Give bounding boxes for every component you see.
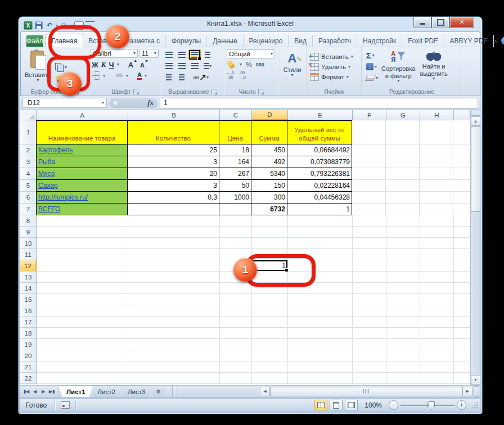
cell-E13[interactable] [288, 272, 353, 283]
tab-Вставка[interactable]: Вставка [83, 35, 120, 47]
insert-cells-button[interactable]: Вставить▾ [310, 52, 360, 61]
vertical-scroll-thumb[interactable] [471, 126, 481, 212]
cell-D19[interactable] [252, 339, 288, 350]
clear-button[interactable]: ▾ [365, 73, 379, 83]
decrease-decimal-icon[interactable]: ,00 →,0 [238, 71, 246, 79]
cell-H18[interactable] [420, 328, 454, 339]
merge-center-button[interactable]: ▾ [201, 61, 214, 71]
row-header-2[interactable]: 2 [20, 144, 37, 156]
cell-F15[interactable] [353, 294, 386, 305]
cell-C8[interactable] [220, 215, 252, 227]
cell-H1[interactable] [420, 120, 453, 144]
alignment-dialog-launcher-icon[interactable] [212, 89, 217, 94]
cell-F16[interactable] [353, 305, 386, 317]
borders-icon[interactable] [92, 71, 100, 80]
cell-D5[interactable]: 150 [251, 180, 287, 192]
cell-H12[interactable] [420, 260, 454, 272]
find-select-button[interactable]: Найти и выделить▾ [417, 49, 449, 88]
resize-grip[interactable] [471, 401, 478, 409]
cell-B6[interactable]: 0,3 [128, 192, 219, 204]
underline-button[interactable]: Ч [109, 61, 114, 69]
cell-F10[interactable] [353, 238, 386, 249]
row-header-5[interactable]: 5 [20, 180, 37, 192]
row-header-7[interactable]: 7 [20, 204, 37, 215]
cell-B16[interactable] [128, 305, 220, 317]
cell-C13[interactable] [220, 272, 252, 283]
cell-C11[interactable] [220, 249, 252, 260]
cell-B10[interactable] [128, 238, 220, 249]
close-button[interactable]: ✕ [449, 17, 474, 28]
tab-file[interactable]: Файл [26, 35, 43, 47]
cell-E20[interactable] [288, 350, 353, 361]
cell-A9[interactable] [37, 227, 128, 238]
cell-A22[interactable] [37, 373, 128, 384]
cell-G15[interactable] [386, 294, 420, 305]
cell-E6[interactable]: 0,04456328 [287, 192, 352, 204]
cell-H7[interactable] [420, 204, 453, 215]
cell-C6[interactable]: 1000 [219, 192, 251, 204]
row-header-13[interactable]: 13 [20, 272, 37, 283]
increase-indent-button[interactable] [176, 72, 188, 83]
cell-B13[interactable] [128, 272, 220, 283]
cell-D14[interactable] [252, 283, 288, 294]
view-page-layout-button[interactable] [330, 400, 343, 410]
first-sheet-icon[interactable]: ▮◀ [22, 387, 30, 395]
undo-dropdown[interactable]: ▾ [56, 23, 58, 28]
horizontal-split-handle[interactable] [474, 386, 479, 397]
cell-C15[interactable] [220, 294, 252, 305]
cell-H8[interactable] [420, 215, 454, 227]
zoom-slider-thumb[interactable] [429, 401, 435, 410]
cell-D12[interactable]: 1 [252, 260, 288, 272]
cell-H22[interactable] [420, 373, 454, 384]
format-cells-button[interactable]: Формат▾ [310, 72, 360, 82]
tab-Разметка с[interactable]: Разметка с [120, 35, 166, 47]
cell-C1[interactable]: Цена [219, 120, 251, 144]
save-button[interactable] [34, 21, 43, 30]
format-painter-button[interactable] [54, 74, 68, 83]
cell-A20[interactable] [37, 350, 128, 361]
tab-Разработч[interactable]: Разработч [313, 35, 357, 47]
name-box[interactable]: D12▾ [22, 98, 107, 108]
cell-H13[interactable] [420, 272, 454, 283]
column-header-C[interactable]: C [220, 110, 252, 120]
cell-G5[interactable] [386, 180, 420, 192]
cell-F13[interactable] [353, 272, 386, 283]
cell-A2[interactable]: Картофель [36, 144, 128, 156]
cell-G9[interactable] [386, 227, 420, 238]
cell-C19[interactable] [220, 339, 252, 350]
font-color-icon[interactable]: А [137, 72, 142, 80]
cell-E22[interactable] [288, 373, 353, 384]
row-header-19[interactable]: 19 [20, 339, 37, 350]
cell-C21[interactable] [220, 361, 252, 373]
cell-B5[interactable]: 3 [128, 180, 219, 192]
sort-filter-button[interactable]: АЯ Сортировка и фильтр▾ [379, 49, 417, 88]
cell-G21[interactable] [386, 361, 420, 373]
row-header-4[interactable]: 4 [20, 168, 37, 180]
cell-D2[interactable]: 450 [251, 144, 287, 156]
tab-Данные[interactable]: Данные [207, 35, 243, 47]
cell-G3[interactable] [386, 156, 420, 168]
row-header-14[interactable]: 14 [20, 283, 37, 294]
row-header-11[interactable]: 11 [20, 249, 37, 260]
cell-F5[interactable] [352, 180, 386, 192]
cell-A11[interactable] [37, 249, 128, 260]
cell-H16[interactable] [420, 305, 454, 317]
cell-C9[interactable] [220, 227, 252, 238]
cell-A4[interactable]: Мясо [36, 168, 128, 180]
cell-H4[interactable] [420, 168, 453, 180]
cell-G19[interactable] [386, 339, 420, 350]
cell-D4[interactable]: 5340 [251, 168, 287, 180]
cell-E7[interactable]: 1 [287, 204, 352, 215]
cell-D11[interactable] [252, 249, 288, 260]
cell-A18[interactable] [37, 328, 128, 339]
cell-E15[interactable] [288, 294, 353, 305]
cell-H5[interactable] [420, 180, 453, 192]
number-dialog-launcher-icon[interactable] [258, 89, 264, 94]
cell-B17[interactable] [128, 317, 220, 328]
sheet-tab-Лист2[interactable]: Лист2 [90, 386, 123, 397]
cell-D17[interactable] [252, 317, 288, 328]
cell-B22[interactable] [128, 373, 220, 384]
cell-D22[interactable] [252, 373, 288, 384]
comma-style-button[interactable]: 000 [256, 62, 264, 67]
cell-B21[interactable] [128, 361, 220, 373]
